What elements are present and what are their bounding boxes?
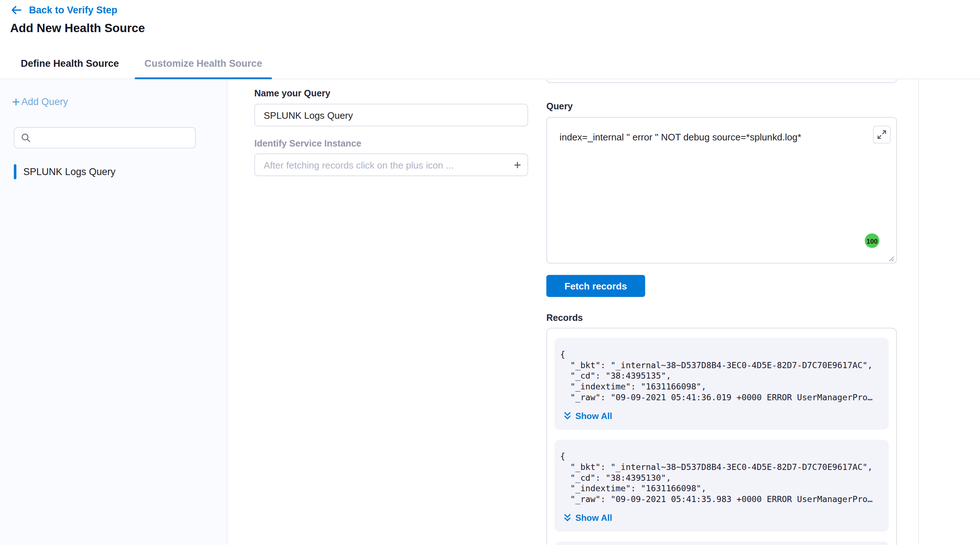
add-query-button[interactable]: + Add Query xyxy=(12,95,68,108)
tab-define-health-source[interactable]: Define Health Source xyxy=(21,48,119,78)
record-card-partial xyxy=(555,542,889,545)
record-card: { "_bkt": "_internal~38~D537D8B4-3EC0-4D… xyxy=(555,440,889,531)
service-instance-input[interactable] xyxy=(255,159,508,170)
service-instance-field: + xyxy=(254,153,528,176)
app-canvas: Back to Verify Step Add New Health Sourc… xyxy=(0,0,980,545)
show-all-label: Show All xyxy=(575,411,612,421)
connector-input-partial[interactable] xyxy=(546,79,897,83)
add-query-label: Add Query xyxy=(21,96,68,108)
expand-query-button[interactable] xyxy=(873,126,891,144)
query-textarea[interactable]: index=_internal " error " NOT debug sour… xyxy=(546,117,897,264)
record-json-line: "_raw": "09-09-2021 05:41:36.019 +0000 E… xyxy=(560,392,883,403)
selected-query-indicator xyxy=(14,164,16,180)
name-your-query-label: Name your Query xyxy=(254,88,330,98)
query-search-input[interactable] xyxy=(35,133,195,143)
record-json-line: "_cd": "38:4395130", xyxy=(560,472,883,483)
tab-customize-health-source[interactable]: Customize Health Source xyxy=(135,48,272,78)
record-json-line: "_cd": "38:4395135", xyxy=(560,371,883,381)
record-count-badge: 100 xyxy=(865,234,879,248)
record-card: { "_bkt": "_internal~38~D537D8B4-3EC0-4D… xyxy=(555,338,889,429)
query-sidebar: + Add Query SPLUNK Logs Query xyxy=(0,79,227,545)
record-json-line: "_bkt": "_internal~38~D537D8B4-3EC0-4D5E… xyxy=(560,360,883,371)
identify-service-instance-label: Identify Service Instance xyxy=(254,138,361,148)
tab-bar: Define Health Source Customize Health So… xyxy=(0,48,980,79)
expand-icon xyxy=(877,130,886,139)
fetch-records-button[interactable]: Fetch records xyxy=(546,275,645,297)
query-text: index=_internal " error " NOT debug sour… xyxy=(560,131,860,142)
page-body: + Add Query SPLUNK Logs Query Name your … xyxy=(0,79,980,545)
record-json-line: "_bkt": "_internal~38~D537D8B4-3EC0-4D5E… xyxy=(560,462,883,472)
right-panel-divider xyxy=(918,79,919,545)
show-all-label: Show All xyxy=(575,513,612,523)
record-json-line: "_raw": "09-09-2021 05:41:35.983 +0000 E… xyxy=(560,494,883,505)
arrow-left-icon xyxy=(10,3,23,16)
query-label: Query xyxy=(546,102,573,111)
records-label: Records xyxy=(546,313,583,323)
back-link[interactable]: Back to Verify Step xyxy=(10,3,117,18)
plus-icon: + xyxy=(12,95,20,108)
record-json-line: { xyxy=(560,349,883,360)
add-service-instance-button[interactable]: + xyxy=(508,158,528,172)
back-link-label: Back to Verify Step xyxy=(29,4,117,16)
page-header: Back to Verify Step Add New Health Sourc… xyxy=(0,0,980,48)
query-item-label: SPLUNK Logs Query xyxy=(23,166,115,177)
double-chevron-down-icon xyxy=(563,513,572,522)
query-search-box xyxy=(14,127,196,148)
record-json-line: "_indextime": "1631166098", xyxy=(560,483,883,494)
double-chevron-down-icon xyxy=(563,412,572,420)
show-all-link[interactable]: Show All xyxy=(563,411,883,421)
show-all-link[interactable]: Show All xyxy=(563,513,883,523)
resize-handle[interactable] xyxy=(887,253,895,262)
sidebar-item-splunk-logs-query[interactable]: SPLUNK Logs Query xyxy=(14,164,115,180)
query-name-input[interactable] xyxy=(254,104,528,127)
record-json-line: { xyxy=(560,451,883,462)
record-json-line: "_indextime": "1631166098", xyxy=(560,381,883,392)
page-title: Add New Health Source xyxy=(10,21,145,35)
records-panel: { "_bkt": "_internal~38~D537D8B4-3EC0-4D… xyxy=(546,328,897,545)
search-icon xyxy=(21,133,31,143)
